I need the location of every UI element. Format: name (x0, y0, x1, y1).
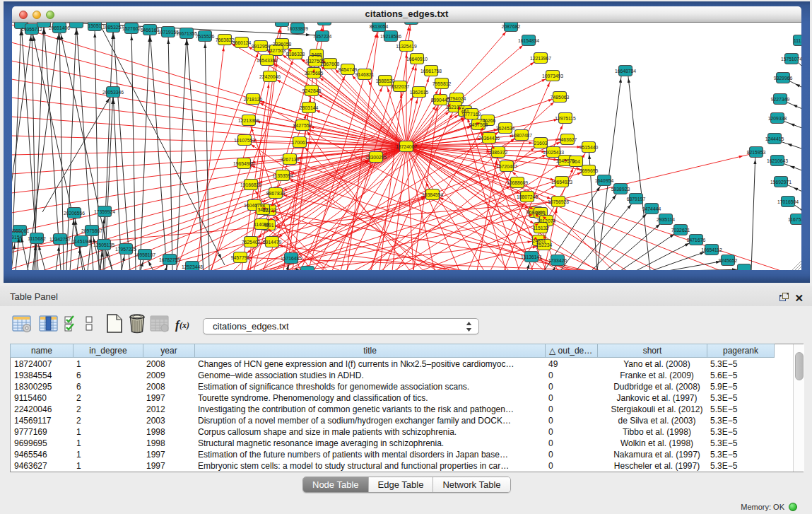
svg-text:2226058: 2226058 (273, 42, 292, 47)
svg-text:9242845: 9242845 (302, 88, 322, 93)
svg-text:15716485: 15716485 (281, 256, 302, 261)
svg-text:2367608: 2367608 (321, 62, 340, 66)
svg-text:8215953: 8215953 (747, 150, 766, 155)
svg-text:9227349: 9227349 (771, 97, 790, 102)
svg-text:7663822: 7663822 (216, 37, 235, 42)
svg-text:964: 964 (572, 159, 580, 164)
svg-text:18300295: 18300295 (365, 155, 387, 160)
svg-text:10958107: 10958107 (134, 252, 155, 257)
svg-text:10107553: 10107553 (234, 138, 255, 143)
svg-text:19654923: 19654923 (551, 180, 572, 185)
svg-text:15692971: 15692971 (770, 180, 792, 185)
svg-text:39154: 39154 (12, 235, 23, 240)
svg-text:9457791: 9457791 (231, 255, 250, 260)
svg-text:15051: 15051 (88, 23, 102, 28)
svg-text:9245652: 9245652 (719, 258, 738, 263)
svg-text:21603: 21603 (534, 141, 548, 146)
svg-text:3493: 3493 (257, 207, 268, 212)
svg-text:12923448: 12923448 (182, 264, 203, 269)
svg-text:10807487: 10807487 (511, 133, 532, 138)
svg-text:6497568: 6497568 (469, 122, 488, 127)
svg-text:8322037: 8322037 (391, 84, 410, 89)
svg-text:16640910: 16640910 (406, 57, 428, 62)
svg-text:8454749: 8454749 (339, 67, 358, 72)
svg-text:9794024: 9794024 (447, 96, 466, 101)
svg-text:18724007: 18724007 (396, 144, 417, 149)
svg-text:1588520: 1588520 (376, 78, 395, 83)
svg-text:12975115: 12975115 (555, 116, 576, 121)
svg-text:7386372: 7386372 (489, 150, 508, 155)
svg-text:2803144: 2803144 (300, 105, 319, 110)
svg-text:16136141: 16136141 (521, 255, 542, 259)
svg-text:16782759: 16782759 (159, 257, 180, 262)
svg-text:16543362: 16543362 (257, 58, 278, 63)
svg-text:3875685: 3875685 (305, 71, 324, 76)
svg-text:9515440: 9515440 (579, 145, 599, 150)
svg-text:7357224: 7357224 (313, 34, 332, 39)
svg-text:11325419: 11325419 (396, 44, 417, 49)
svg-text:10688609: 10688609 (507, 180, 528, 185)
svg-text:6914479: 6914479 (263, 240, 282, 245)
svg-text:252234: 252234 (536, 243, 553, 247)
svg-text:114099: 114099 (254, 222, 269, 227)
svg-text:8671: 8671 (535, 211, 546, 216)
svg-text:9699695: 9699695 (579, 168, 599, 173)
svg-text:2087682: 2087682 (502, 24, 521, 29)
svg-text:20975867: 20975867 (81, 228, 102, 233)
svg-text:8427552: 8427552 (293, 123, 312, 128)
svg-text:6466160: 6466160 (141, 28, 160, 33)
svg-text:19384554: 19384554 (422, 192, 443, 197)
svg-text:1527602: 1527602 (122, 26, 141, 31)
svg-text:15720407: 15720407 (496, 164, 517, 169)
svg-text:3624534: 3624534 (496, 126, 515, 131)
svg-text:9777169: 9777169 (462, 112, 481, 117)
svg-text:10973493: 10973493 (542, 74, 563, 78)
svg-text:10756928: 10756928 (548, 199, 569, 204)
svg-text:1733426: 1733426 (548, 258, 567, 263)
svg-text:170061: 170061 (292, 140, 308, 145)
svg-text:22420046: 22420046 (259, 74, 281, 79)
svg-text:19166825: 19166825 (240, 182, 261, 187)
svg-text:19218586: 19218586 (380, 34, 401, 39)
svg-text:7625402: 7625402 (242, 240, 261, 245)
svg-text:6879197: 6879197 (627, 197, 646, 201)
svg-text:10853257: 10853257 (102, 25, 124, 30)
svg-text:20691406: 20691406 (49, 25, 70, 30)
svg-text:12213967: 12213967 (530, 56, 551, 61)
svg-text:12342757: 12342757 (49, 237, 71, 242)
svg-text:10671355: 10671355 (176, 31, 197, 36)
svg-text:20053346: 20053346 (102, 90, 124, 95)
svg-text:20206556: 20206556 (64, 211, 85, 216)
svg-text:11353594: 11353594 (272, 173, 293, 178)
svg-text:7485063: 7485063 (551, 95, 570, 100)
svg-text:16033809: 16033809 (287, 26, 308, 31)
svg-text:7955812: 7955812 (433, 81, 452, 86)
svg-text:17359924: 17359924 (94, 209, 115, 214)
svg-text:16210643: 16210643 (767, 158, 788, 163)
svg-text:5938923: 5938923 (611, 187, 630, 192)
svg-text:10025433: 10025433 (543, 150, 564, 155)
svg-text:19654985: 19654985 (233, 161, 254, 166)
svg-text:8471676: 8471676 (687, 238, 706, 243)
svg-text:12213369: 12213369 (238, 118, 259, 123)
svg-text:9327503: 9327503 (267, 48, 286, 53)
svg-text:1145194: 1145194 (72, 239, 90, 244)
svg-text:8186328: 8186328 (286, 52, 305, 57)
svg-text:1362615: 1362615 (410, 90, 429, 95)
svg-text:9146821: 9146821 (355, 72, 375, 77)
svg-text:18807249: 18807249 (517, 194, 538, 199)
svg-text:2935114: 2935114 (657, 217, 675, 222)
svg-text:12505135: 12505135 (93, 243, 114, 247)
svg-text:17016504: 17016504 (777, 199, 799, 204)
svg-text:2718126: 2718126 (244, 97, 263, 102)
svg-text:16961758: 16961758 (420, 69, 442, 74)
svg-text:5465: 5465 (311, 52, 322, 57)
svg-text:7515526: 7515526 (196, 34, 215, 39)
svg-text:1209338: 1209338 (768, 116, 787, 121)
svg-text:14055712: 14055712 (21, 27, 42, 32)
svg-text:17957225: 17957225 (115, 247, 136, 252)
svg-text:10654112: 10654112 (701, 247, 722, 252)
svg-text:8660124: 8660124 (233, 40, 252, 45)
svg-text:20364436: 20364436 (478, 136, 500, 141)
svg-text:16648784: 16648784 (615, 69, 636, 74)
